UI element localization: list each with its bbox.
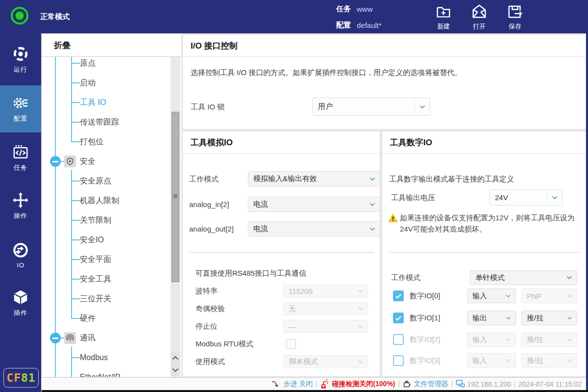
scroll-down-button[interactable] (171, 364, 180, 376)
collapse-button[interactable]: 折叠 (42, 34, 181, 57)
digital-io-3-direction-dropdown[interactable]: 输入 (467, 353, 516, 368)
task-label: 任务 (336, 4, 351, 14)
sidebar-item-label: 操作 (14, 211, 27, 220)
file-manager-label: 文件管理器 (414, 380, 448, 389)
digital-io-0-direction-dropdown[interactable]: 输入 (467, 288, 516, 303)
config-label: 配置 (336, 21, 351, 30)
digital-io-1-direction-dropdown[interactable]: 输出 (467, 311, 516, 325)
tree-item-safety-planes[interactable]: 安全平面 (42, 250, 172, 269)
use-mode-dropdown[interactable]: 脚本模式 (283, 355, 368, 368)
digital-io-0-mode-dropdown[interactable]: PNP (521, 288, 577, 303)
tree-item-tool-io[interactable]: 工具 IO (42, 93, 172, 112)
collapse-toggle-icon[interactable] (50, 333, 61, 343)
sidebar-item-run[interactable]: 运行 (0, 36, 41, 83)
nav-sidebar: 运行 配置 任务 操作 (0, 33, 41, 392)
tree-item-pack-position[interactable]: 打包位 (42, 132, 172, 152)
tool-digital-io-card: 工具数字IO 工具数字输出模式基于连接的工具定义 工具输出电压 24V 如果连接… (382, 131, 586, 377)
new-button[interactable]: 新建 (429, 3, 458, 31)
open-button[interactable]: 打开 (465, 3, 493, 31)
chevron-down-icon (358, 307, 363, 311)
tree-item-robot-limits[interactable]: 机器人限制 (42, 191, 172, 210)
tree-scrollbar-thumb[interactable] (172, 112, 179, 282)
tree-item-conveyor-tracking[interactable]: 传送带跟踪 (42, 112, 172, 132)
stop-bit-dropdown[interactable]: — (283, 320, 368, 333)
tree-item-joint-limits[interactable]: 关节限制 (42, 210, 172, 230)
analog-in-dropdown[interactable]: 电流 (248, 197, 380, 212)
digital-io-2-direction-dropdown[interactable]: 输入 (467, 332, 516, 347)
sidebar-item-io[interactable]: IO (0, 232, 41, 279)
status-bar: 步进 关闭 碰撞检测关闭(100%) 文件管理器 (42, 377, 588, 390)
tree-item-safety-home[interactable]: 安全原点 (42, 171, 172, 191)
analog-work-mode-dropdown[interactable]: 模拟输入&输出有效 (248, 171, 380, 186)
tool-digital-io-title: 工具数字IO (382, 131, 586, 154)
step-mode-button[interactable]: 步进 关闭 (268, 380, 316, 389)
modbus-rtu-checkbox[interactable] (286, 339, 296, 349)
tool-analog-io-card: 工具模拟IO 工作模式 模拟输入&输出有效 analog_in[2] 电流 an… (182, 131, 380, 377)
save-button-label: 保存 (509, 22, 521, 31)
sidebar-item-label: 运行 (14, 65, 27, 74)
digital-io-3-label: 数字IO[3] (410, 352, 441, 369)
move-arrows-icon (12, 192, 29, 209)
digital-io-1-mode-dropdown[interactable]: 推/拉 (521, 311, 577, 325)
file-manager-button[interactable]: 文件管理器 (399, 380, 452, 389)
save-button[interactable]: 保存 (501, 3, 529, 31)
analog-out-label: analog_out[2] (189, 221, 234, 236)
sidebar-item-task[interactable]: 任务 (0, 134, 41, 182)
collapse-toggle-icon[interactable] (50, 156, 61, 167)
save-icon (507, 3, 523, 20)
sidebar-item-operate[interactable]: 操作 (0, 183, 41, 230)
tree-item-three-position-switch[interactable]: 三位开关 (42, 289, 172, 309)
tree-tick (71, 279, 80, 280)
digital-io-0-checkbox[interactable] (393, 290, 404, 301)
collision-detect-button[interactable]: 碰撞检测关闭(100%) (317, 379, 398, 389)
chevron-down-icon (358, 289, 363, 293)
datetime-value: 2024-07-04 11:15:02 (518, 380, 582, 388)
tool-voltage-dropdown[interactable]: 24V (490, 189, 563, 206)
sidebar-item-label: 任务 (14, 163, 27, 172)
scrollbar-grip-icon (173, 196, 177, 197)
digital-io-3-checkbox[interactable] (393, 355, 404, 366)
tree-item-safety-io[interactable]: 安全IO (42, 230, 172, 250)
sidebar-item-plugin[interactable]: 插件 (0, 280, 41, 327)
voltage-warning-text: 如果连接的设备仅支持配置为12V，则将工具电压设为24V可能会对其造成损坏。 (400, 212, 578, 235)
parity-dropdown[interactable]: 无 (283, 302, 368, 315)
tree-item-startup[interactable]: 启动 (42, 73, 172, 93)
tree-item-communication[interactable]: 通讯 (42, 328, 172, 348)
tree-item-safety[interactable]: 安全 (42, 152, 172, 171)
top-bar: 正常模式 任务 www 配置 default* 新建 打开 (0, 0, 588, 33)
collision-detect-label: 碰撞检测关闭(100%) (332, 380, 395, 389)
controller-badge[interactable]: CF81 (3, 368, 39, 388)
chevron-down-icon (358, 360, 363, 364)
chevron-down-icon (567, 359, 572, 363)
tree-item-origin[interactable]: 原点 (42, 57, 172, 73)
tree-item-safety-tool[interactable]: 安全工具 (42, 269, 172, 289)
chevron-down-icon (506, 294, 511, 298)
rs485-note: 可直接使用RS485接口与工具通信 (196, 269, 306, 278)
digital-io-3-mode-dropdown[interactable]: 推/拉 (521, 353, 577, 368)
digital-io-2-checkbox[interactable] (393, 334, 404, 345)
sidebar-item-config[interactable]: 配置 (0, 85, 41, 132)
tool-io-lock-dropdown[interactable]: 用户 (313, 98, 430, 116)
tree-tick (71, 239, 80, 240)
tree-tick (71, 122, 80, 123)
scroll-up-button[interactable] (171, 352, 180, 364)
stop-bit-label: 停止位 (196, 320, 218, 333)
digital-io-row-3: 数字IO[3] 输入 推/拉 (382, 352, 587, 369)
modbus-rtu-label: Modbus RTU模式 (196, 338, 253, 350)
tree-tick (71, 220, 80, 221)
tree-item-modbus[interactable]: Modbus (42, 348, 172, 367)
digital-work-mode-dropdown[interactable]: 单针模式 (470, 270, 577, 285)
io-control-title: I/O 接口控制 (183, 35, 586, 57)
shield-icon (64, 156, 76, 167)
tree-item-ethernet-ip[interactable]: EtherNet/IP (42, 367, 172, 377)
analog-out-dropdown[interactable]: 电流 (248, 221, 380, 236)
tree-tick (71, 357, 80, 358)
digital-io-1-checkbox[interactable] (393, 313, 404, 323)
tree-item-hardware[interactable]: 硬件 (42, 309, 172, 328)
chevron-up-icon (172, 356, 179, 360)
digital-io-2-mode-dropdown[interactable]: 推/拉 (521, 332, 577, 347)
chevron-down-icon (172, 368, 179, 372)
baud-rate-dropdown[interactable]: 115200 (283, 285, 368, 297)
config-tree-panel: 折叠 原点 启动 工具 IO 传送带跟踪 打包位 安全 (42, 34, 181, 377)
digital-io-row-1: 数字IO[1] 输出 推/拉 (382, 309, 587, 327)
